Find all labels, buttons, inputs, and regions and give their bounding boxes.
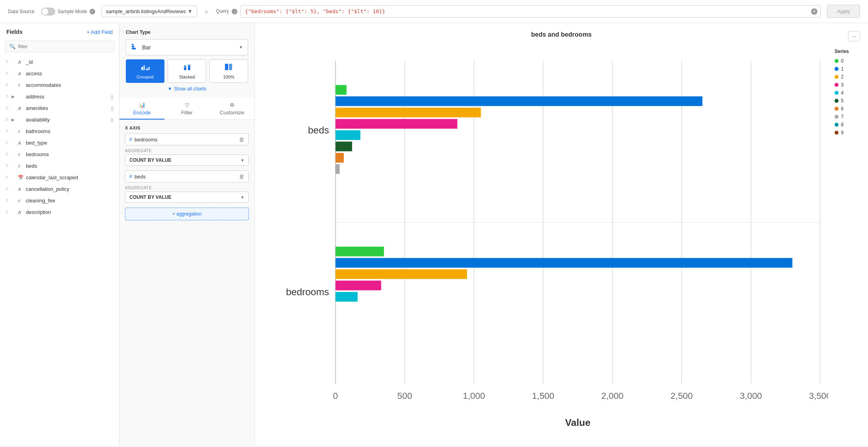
svg-text:3,500: 3,500 <box>809 391 828 401</box>
field-item[interactable]: ⠿ # bathrooms <box>0 125 119 137</box>
chart-type-select[interactable]: Bar ▼ <box>126 39 248 55</box>
chart-variants: Grouped Stacked 100% <box>126 59 248 83</box>
field-item[interactable]: ⠿ A cancellation_policy <box>0 183 119 195</box>
field-type-icon: # <box>18 198 23 203</box>
tab-label: Filter <box>181 110 193 116</box>
chart-variant-100%[interactable]: 100% <box>209 59 248 83</box>
chart-variant-label: Grouped <box>137 74 154 79</box>
drag-handle: ⠿ <box>6 175 8 180</box>
x-axis-label: X Axis <box>125 125 249 130</box>
expand-icon[interactable]: ▶ <box>12 118 15 122</box>
field-list: ⠿ A _id ⠿ A access ⠿ # accommodates ⠿ ▶ … <box>0 56 119 445</box>
svg-text:2,500: 2,500 <box>671 391 693 401</box>
svg-rect-7 <box>184 68 186 70</box>
svg-rect-2 <box>132 44 133 45</box>
sample-mode-info-icon[interactable]: i <box>90 9 95 14</box>
query-info-icon[interactable]: i <box>232 9 237 14</box>
legend-label: 2 <box>841 74 844 80</box>
drag-handle: ⠿ <box>6 187 8 191</box>
chevron-icon: ▼ <box>168 86 172 92</box>
field-type-icon: A <box>18 187 23 192</box>
search-input[interactable] <box>18 43 110 49</box>
drag-handle: ⠿ <box>6 198 8 203</box>
x-aggregate-value: COUNT BY VALUE <box>129 157 240 163</box>
field-name: description <box>26 209 113 215</box>
field-item[interactable]: ⠿ A _id <box>0 56 119 68</box>
drag-handle: ⠿ <box>6 164 8 168</box>
field-name: cleaning_fee <box>26 198 113 204</box>
legend-color <box>835 59 839 63</box>
x-field-delete-icon[interactable]: 🗑 <box>239 136 244 143</box>
drag-handle: ⠿ <box>6 210 8 214</box>
field-item[interactable]: ⠿ # beds <box>0 160 119 172</box>
field-item[interactable]: ⠿ # accommodates <box>0 79 119 91</box>
svg-rect-8 <box>184 65 186 68</box>
add-aggregation-button[interactable]: + aggregation <box>125 208 249 220</box>
chart-variant-label: Stacked <box>179 74 195 79</box>
sample-mode-toggle[interactable] <box>41 8 55 16</box>
tab-encode[interactable]: 📊Encode <box>119 98 164 120</box>
field-name: address <box>26 94 108 100</box>
bar <box>336 247 384 256</box>
legend-color <box>835 67 839 71</box>
field-item[interactable]: ⠿ A amenities [] <box>0 102 119 114</box>
sidebar: Fields + Add Field 🔍 ⠿ A _id ⠿ A access … <box>0 23 119 445</box>
chart-variant-icon <box>141 63 150 73</box>
x-field-name: bedrooms <box>135 137 237 143</box>
y-field-type-icon: # <box>129 174 132 179</box>
tab-customize[interactable]: ⚙Customize <box>209 98 254 120</box>
search-wrap: 🔍 <box>0 41 119 56</box>
field-item[interactable]: ⠿ A bed_type <box>0 137 119 149</box>
field-item[interactable]: ⠿ # cleaning_fee <box>0 195 119 206</box>
top-bar: Data Source Sample Mode i sample_airbnb.… <box>0 0 868 23</box>
field-name: access <box>26 71 113 76</box>
chart-menu-button[interactable]: ··· <box>848 31 860 41</box>
query-input[interactable] <box>240 5 821 18</box>
field-item[interactable]: ⠿ # bedrooms <box>0 149 119 160</box>
tab-filter[interactable]: ▽Filter <box>164 98 209 120</box>
chart-variant-icon <box>182 63 192 73</box>
drag-handle: ⠿ <box>6 118 8 122</box>
legend-item: 1 <box>835 66 860 72</box>
field-name: availability <box>26 117 108 123</box>
query-section: Query i ✕ <box>216 5 821 18</box>
add-field-button[interactable]: + Add Field <box>87 29 113 35</box>
field-name: accommodates <box>26 82 113 88</box>
svg-rect-5 <box>146 69 148 70</box>
legend-item: 7 <box>835 114 860 120</box>
encode-icon: 📊 <box>139 102 145 108</box>
datasource-select[interactable]: sample_airbnb.listingsAndReviews ▼ <box>102 6 197 17</box>
x-field-chip: # bedrooms 🗑 <box>125 133 249 145</box>
field-name: bed_type <box>26 140 113 146</box>
x-aggregate-select[interactable]: COUNT BY VALUE ▼ <box>125 155 249 166</box>
legend-item: 5 <box>835 98 860 104</box>
field-suffix: {} <box>111 118 113 122</box>
datasource-label: Data Source <box>8 9 35 14</box>
bar <box>336 119 457 129</box>
y-field-delete-icon[interactable]: 🗑 <box>239 173 244 180</box>
apply-button[interactable]: Apply <box>827 5 860 18</box>
chart-type-icon <box>131 43 139 52</box>
show-all-charts[interactable]: ▼ Show all charts <box>126 86 248 92</box>
y-aggregate-select[interactable]: COUNT BY VALUE ▼ <box>125 192 249 203</box>
field-type-icon: # <box>18 129 23 134</box>
expand-icon[interactable]: ▶ <box>12 94 15 99</box>
field-item[interactable]: ⠿ ▶ address {} <box>0 91 119 102</box>
query-clear-button[interactable]: ✕ <box>811 8 817 15</box>
field-item[interactable]: ⠿ 📅 calendar_last_scraped <box>0 172 119 183</box>
legend-item: 0 <box>835 58 860 64</box>
legend-title: Series <box>835 49 860 54</box>
field-item[interactable]: ⠿ A access <box>0 68 119 79</box>
chart-variant-grouped[interactable]: Grouped <box>126 59 164 83</box>
chart-variant-stacked[interactable]: Stacked <box>168 59 206 83</box>
field-type-icon: # <box>18 164 23 169</box>
legend-item: 6 <box>835 106 860 112</box>
field-name: bathrooms <box>26 128 113 134</box>
svg-rect-1 <box>132 48 136 49</box>
field-name: _id <box>26 59 113 65</box>
field-item[interactable]: ⠿ ▶ availability {} <box>0 114 119 125</box>
field-item[interactable]: ⠿ A description <box>0 206 119 218</box>
field-name: calendar_last_scraped <box>26 174 113 180</box>
chart-type-label: Bar <box>142 44 236 51</box>
svg-text:2,000: 2,000 <box>601 391 624 401</box>
